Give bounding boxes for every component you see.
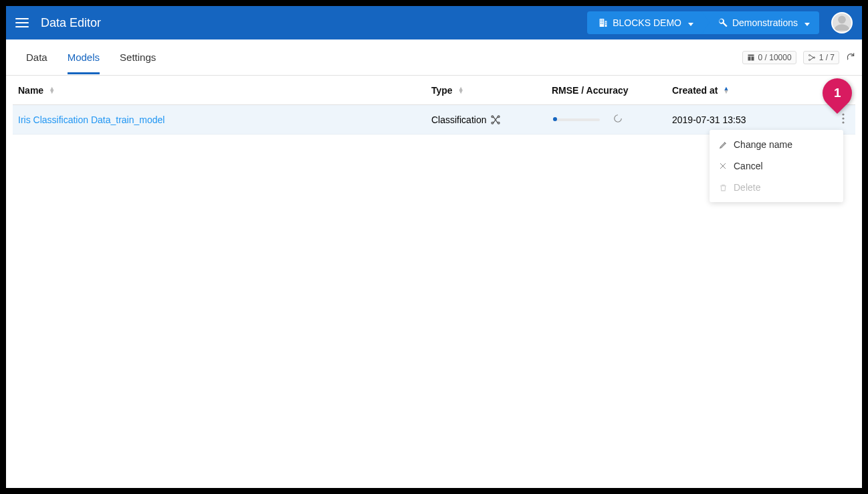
edit-icon bbox=[719, 140, 728, 149]
svg-point-10 bbox=[842, 121, 844, 123]
app-frame: Data Editor BLOCKS DEMO Demonstrations bbox=[6, 6, 862, 488]
row-context-menu: Change name Cancel Delete bbox=[710, 130, 843, 202]
svg-point-8 bbox=[842, 113, 844, 115]
sort-icon: ▲▼ bbox=[458, 87, 464, 94]
menu-delete: Delete bbox=[710, 177, 843, 198]
rows-counter-value: 0 / 10000 bbox=[758, 53, 792, 62]
svg-point-9 bbox=[842, 117, 844, 119]
counters: 0 / 10000 1 / 7 bbox=[742, 51, 855, 64]
building-icon bbox=[598, 17, 609, 28]
menu-cancel-label: Cancel bbox=[734, 161, 763, 171]
menu-cancel[interactable]: Cancel bbox=[710, 155, 843, 177]
user-avatar[interactable] bbox=[831, 12, 853, 33]
network-icon bbox=[490, 114, 501, 125]
breadcrumb-project[interactable]: Demonstrations bbox=[701, 11, 819, 34]
rows-counter: 0 / 10000 bbox=[742, 51, 796, 64]
refresh-button[interactable] bbox=[846, 52, 855, 63]
sort-icon: ▲▼ bbox=[723, 87, 729, 94]
loading-icon bbox=[613, 114, 623, 125]
svg-point-1 bbox=[808, 54, 810, 56]
col-type-label: Type bbox=[431, 85, 453, 96]
row-actions-button[interactable] bbox=[838, 109, 849, 130]
breadcrumb-project-label: Demonstrations bbox=[732, 17, 798, 28]
svg-point-4 bbox=[492, 116, 494, 118]
models-counter-value: 1 / 7 bbox=[819, 53, 835, 62]
svg-point-5 bbox=[492, 122, 494, 124]
trash-icon bbox=[719, 183, 728, 192]
tab-settings[interactable]: Settings bbox=[120, 41, 156, 74]
close-icon bbox=[719, 162, 728, 170]
app-title: Data Editor bbox=[41, 16, 101, 30]
menu-toggle[interactable] bbox=[15, 16, 29, 29]
svg-point-3 bbox=[813, 57, 815, 58]
svg-point-6 bbox=[498, 116, 500, 118]
tab-data[interactable]: Data bbox=[26, 41, 47, 74]
col-created[interactable]: Created at ▲▼ bbox=[667, 85, 814, 96]
chevron-down-icon bbox=[688, 17, 693, 28]
col-rmse-label: RMSE / Accuracy bbox=[552, 85, 629, 96]
menu-change-name-label: Change name bbox=[734, 139, 792, 150]
menu-delete-label: Delete bbox=[734, 182, 760, 193]
table-icon bbox=[747, 54, 755, 62]
wrench-icon bbox=[718, 17, 728, 28]
model-type: Classification bbox=[431, 114, 486, 125]
sort-icon: ▲▼ bbox=[49, 87, 55, 94]
col-rmse: RMSE / Accuracy bbox=[546, 85, 667, 96]
chevron-down-icon bbox=[804, 17, 810, 28]
training-progress bbox=[553, 118, 600, 121]
breadcrumb-org-label: BLOCKS DEMO bbox=[613, 17, 681, 28]
model-name-link[interactable]: Iris Classification Data_train_model bbox=[18, 114, 165, 125]
annotation-pin-label: 1 bbox=[834, 86, 841, 100]
svg-point-0 bbox=[838, 16, 846, 24]
models-table: Name ▲▼ Type ▲▼ RMSE / Accuracy Created … bbox=[6, 76, 862, 135]
col-name[interactable]: Name ▲▼ bbox=[13, 85, 426, 96]
menu-change-name[interactable]: Change name bbox=[710, 134, 843, 155]
col-type[interactable]: Type ▲▼ bbox=[426, 85, 546, 96]
table-header: Name ▲▼ Type ▲▼ RMSE / Accuracy Created … bbox=[13, 76, 855, 105]
network-icon bbox=[808, 54, 816, 62]
tab-models[interactable]: Models bbox=[68, 41, 100, 74]
breadcrumb: BLOCKS DEMO Demonstrations bbox=[587, 11, 819, 34]
created-at: 2019-07-31 13:53 bbox=[672, 114, 746, 125]
breadcrumb-org[interactable]: BLOCKS DEMO bbox=[587, 11, 701, 34]
models-counter: 1 / 7 bbox=[803, 51, 839, 64]
tabs: Data Models Settings bbox=[26, 41, 156, 74]
svg-point-2 bbox=[808, 59, 810, 60]
svg-point-7 bbox=[498, 122, 500, 124]
top-bar: Data Editor BLOCKS DEMO Demonstrations bbox=[6, 6, 862, 39]
col-name-label: Name bbox=[18, 85, 43, 96]
sub-bar: Data Models Settings 0 / 10000 1 / 7 bbox=[6, 39, 862, 76]
col-created-label: Created at bbox=[672, 85, 718, 96]
